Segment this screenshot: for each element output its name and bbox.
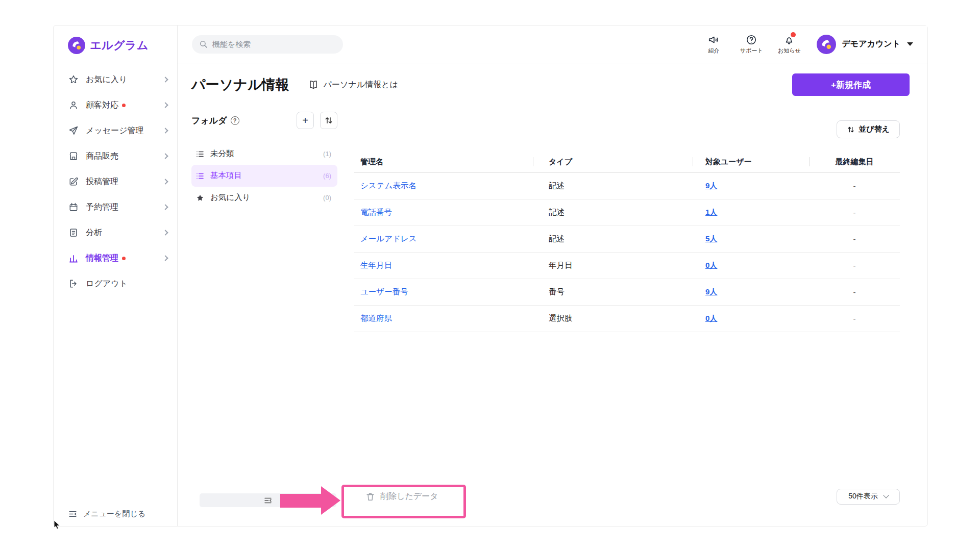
target-users-link[interactable]: 0人 [705,261,717,269]
folder-item-basic-items[interactable]: 基本項目 (6) [191,165,337,187]
target-users-link[interactable]: 5人 [705,234,717,243]
collapse-menu-icon [68,509,78,519]
sidebar-item-label: 予約管理 [86,202,118,213]
sidebar-item-message-management[interactable]: メッセージ管理 [54,118,177,143]
table-header-row: 管理名 タイプ 対象ユーザー 最終編集日 [354,151,900,173]
sidebar-item-label: 商品販売 [86,151,118,162]
close-menu-label: メニューを閉じる [83,509,145,519]
chevron-right-icon [162,77,168,82]
book-icon [308,79,319,90]
table-row: システム表示名 記述 9人 - [354,173,900,199]
chevron-right-icon [162,102,168,108]
collapse-panel-icon [263,496,273,505]
item-name-link[interactable]: 電話番号 [360,208,392,216]
sidebar-item-label: 情報管理 [86,253,118,264]
sidebar-item-product-sales[interactable]: 商品販売 [54,143,177,169]
question-icon [746,34,757,45]
account-menu[interactable]: デモアカウント [817,35,913,54]
sidebar-item-label: 分析 [86,228,102,238]
item-type: 記述 [549,208,565,216]
notifications-label: お知らせ [778,47,801,55]
star-icon [195,193,205,203]
last-edited-value: - [853,288,856,296]
item-type: 番号 [549,287,565,296]
sidebar-item-label: ログアウト [86,279,128,289]
folder-item-count: (0) [323,194,331,202]
collapse-folder-panel-button[interactable] [200,493,336,507]
referral-label: 紹介 [708,47,719,55]
page-size-label: 50件表示 [848,492,878,501]
help-link-label: パーソナル情報とは [324,80,398,90]
sidebar-item-favorites[interactable]: お気に入り [54,67,177,92]
last-edited-value: - [853,261,856,270]
target-users-link[interactable]: 0人 [705,314,717,322]
last-edited-value: - [853,182,856,190]
bar-chart-icon [68,253,79,263]
last-edited-value: - [853,208,856,217]
support-label: サポート [740,47,763,55]
target-users-link[interactable]: 9人 [705,287,717,296]
chevron-down-icon [883,492,889,498]
sort-table-button[interactable]: 並び替え [837,120,900,138]
search-icon [199,40,208,48]
target-users-link[interactable]: 1人 [705,208,717,216]
folder-item-favorites[interactable]: お気に入り (0) [191,187,337,209]
item-name-link[interactable]: システム表示名 [360,181,416,190]
list-icon [195,171,205,181]
page-title: パーソナル情報 [191,76,289,94]
star-icon [68,74,79,85]
column-header-last-edited: 最終編集日 [809,151,900,172]
notification-badge [791,32,796,37]
folder-list: 未分類 (1) 基本項目 (6) お気に入り (0) [191,143,337,209]
sidebar-item-information-management[interactable]: 情報管理 [54,245,177,271]
column-divider [533,157,533,166]
sort-button-label: 並び替え [859,124,890,134]
column-header-type: タイプ [533,151,693,172]
folder-item-count: (1) [323,150,331,158]
sidebar-item-label: メッセージ管理 [86,126,144,136]
sort-folders-button[interactable] [320,112,337,129]
item-name-link[interactable]: ユーザー番号 [360,287,408,296]
sidebar-item-analysis[interactable]: 分析 [54,220,177,245]
item-name-link[interactable]: 都道府県 [360,314,392,322]
item-name-link[interactable]: メールアドレス [360,234,417,243]
deleted-data-button[interactable]: 削除したデータ [354,491,438,502]
brand-name: エルグラム [90,38,149,53]
target-users-link[interactable]: 9人 [705,181,717,190]
item-name-link[interactable]: 生年月日 [360,261,392,269]
item-type: 記述 [549,181,565,190]
table-footer: 削除したデータ 50件表示 [354,486,900,507]
table-row: 都道府県 選択肢 0人 - [354,306,900,332]
sidebar-item-logout[interactable]: ログアウト [54,271,177,296]
add-folder-button[interactable]: + [297,112,314,129]
sidebar-item-customer-support[interactable]: 顧客対応 [54,92,177,118]
item-type: 記述 [549,234,565,243]
chevron-right-icon [162,255,168,261]
chevron-down-icon [907,42,913,46]
send-icon [68,126,79,136]
brand-logo: エルグラム [54,26,177,54]
list-icon [195,149,205,159]
referral-button[interactable]: 紹介 [700,34,727,55]
table-row: ユーザー番号 番号 9人 - [354,279,900,306]
help-link[interactable]: パーソナル情報とは [308,79,398,90]
search-bar[interactable] [192,35,343,54]
sidebar-item-label: 顧客対応 [86,100,118,111]
calendar-icon [68,202,79,212]
create-new-button[interactable]: +新規作成 [792,73,910,96]
close-menu-button[interactable]: メニューを閉じる [68,509,145,519]
megaphone-icon [708,34,719,45]
support-button[interactable]: サポート [738,34,765,55]
folder-item-uncategorized[interactable]: 未分類 (1) [191,143,337,165]
sidebar-item-post-management[interactable]: 投稿管理 [54,169,177,194]
column-header-users: 対象ユーザー [693,151,809,172]
notifications-button[interactable]: お知らせ [776,34,802,55]
page-size-select[interactable]: 50件表示 [837,489,900,505]
sidebar-item-reservation-management[interactable]: 予約管理 [54,194,177,220]
person-icon [68,100,79,110]
search-input[interactable] [212,40,336,48]
sort-arrows-icon [324,116,333,125]
help-circle-icon[interactable]: ? [231,116,239,125]
sidebar-nav: お気に入り 顧客対応 メッセージ管理 商品販売 投稿管理 [54,67,177,296]
folder-item-label: お気に入り [210,192,251,203]
